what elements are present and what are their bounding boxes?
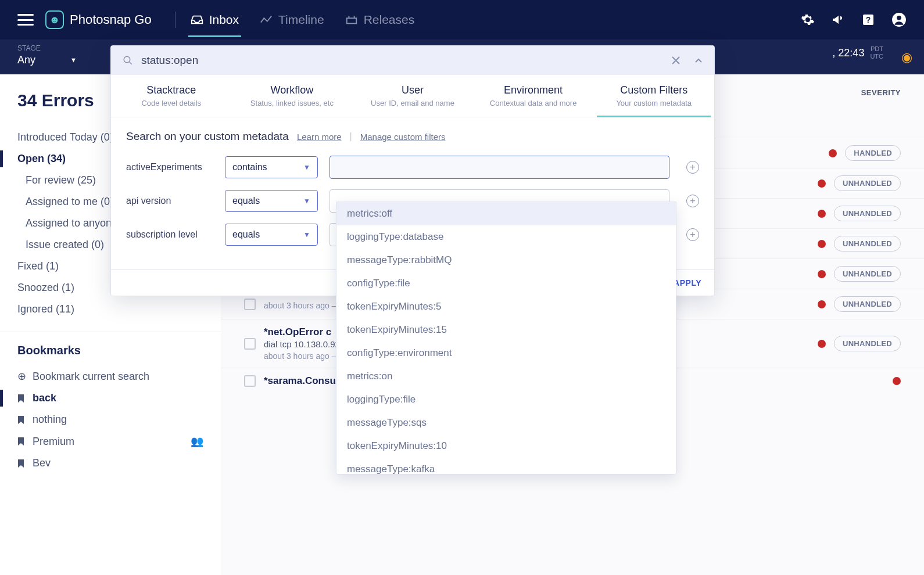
- bookmark-icon: [17, 459, 27, 468]
- filter-tab[interactable]: StacktraceCode level details: [111, 75, 232, 117]
- dropdown-option[interactable]: configType:environment: [336, 342, 676, 365]
- add-filter-icon[interactable]: +: [686, 161, 699, 174]
- severity-dot: [893, 377, 901, 385]
- collapse-icon[interactable]: [694, 58, 703, 63]
- filter-field-label: subscription level: [126, 229, 213, 240]
- add-filter-icon[interactable]: +: [686, 228, 699, 241]
- manage-filters-link[interactable]: Manage custom filters: [360, 132, 446, 142]
- dropdown-option[interactable]: tokenExpiryMinutes:15: [336, 318, 676, 342]
- app-name: Photosnap Go: [70, 12, 152, 27]
- apply-button[interactable]: APPLY: [674, 278, 701, 288]
- filter-tab[interactable]: EnvironmentContextual data and more: [473, 75, 594, 117]
- severity-dot: [818, 300, 826, 308]
- bookmark-icon: [17, 394, 27, 403]
- learn-more-link[interactable]: Learn more: [297, 132, 342, 142]
- svg-point-4: [897, 16, 901, 20]
- status-badge: HANDLED: [845, 145, 901, 161]
- severity-dot: [818, 240, 826, 248]
- menu-icon[interactable]: [17, 14, 34, 26]
- filter-tab[interactable]: UserUser ID, email and name: [352, 75, 473, 117]
- svg-text:?: ?: [866, 15, 871, 24]
- stage-label: STAGE: [17, 44, 41, 52]
- filter-field-label: api version: [126, 196, 213, 206]
- stage-selector[interactable]: Any▼: [17, 54, 77, 66]
- filter-tab[interactable]: Custom FiltersYour custom metadata: [593, 75, 714, 117]
- dropdown-option[interactable]: messageType:rabbitMQ: [336, 249, 676, 272]
- status-badge: UNHANDLED: [834, 236, 901, 251]
- status-badge: UNHANDLED: [834, 175, 901, 191]
- divider: [175, 12, 176, 28]
- gear-icon[interactable]: [801, 13, 815, 27]
- bookmark-flag-icon[interactable]: ◉: [901, 50, 912, 65]
- bookmark-item[interactable]: Premium👥: [17, 430, 221, 452]
- svg-point-5: [124, 56, 130, 63]
- bookmark-item[interactable]: ⊕Bookmark current search: [17, 365, 221, 387]
- bookmark-icon: [17, 415, 27, 425]
- add-filter-icon[interactable]: +: [686, 195, 699, 207]
- status-badge: UNHANDLED: [834, 336, 901, 351]
- dropdown-option[interactable]: metrics:on: [336, 365, 676, 388]
- releases-icon: [345, 15, 358, 25]
- status-badge: UNHANDLED: [834, 296, 901, 312]
- filter-field-label: activeExperiments: [126, 162, 213, 172]
- dropdown-option[interactable]: metrics:off: [336, 202, 676, 225]
- severity-dot: [829, 149, 837, 157]
- dropdown-option[interactable]: messageType:kafka: [336, 458, 676, 475]
- sidebar-item[interactable]: Ignored (11): [17, 299, 221, 320]
- help-icon[interactable]: ?: [861, 13, 875, 27]
- dropdown-option[interactable]: messageType:sqs: [336, 411, 676, 434]
- severity-dot: [818, 179, 826, 188]
- autocomplete-dropdown: metrics:offloggingType:databasemessageTy…: [336, 202, 676, 475]
- dropdown-option[interactable]: tokenExpiryMinutes:10: [336, 434, 676, 458]
- dropdown-option[interactable]: loggingType:database: [336, 225, 676, 249]
- dropdown-option[interactable]: tokenExpiryMinutes:5: [336, 295, 676, 318]
- nav-timeline[interactable]: Timeline: [257, 2, 327, 37]
- megaphone-icon[interactable]: [831, 13, 845, 27]
- panel-body-title: Search on your custom metadata: [126, 130, 289, 143]
- time-display: , 22:43: [832, 47, 864, 59]
- people-icon: 👥: [191, 435, 203, 448]
- severity-dot: [818, 210, 826, 218]
- severity-header: SEVERITY: [861, 88, 901, 97]
- bookmark-item[interactable]: nothing: [17, 409, 221, 430]
- status-badge: UNHANDLED: [834, 266, 901, 282]
- dropdown-option[interactable]: loggingType:file: [336, 388, 676, 411]
- bookmark-icon: [17, 437, 27, 446]
- search-input[interactable]: [141, 54, 663, 67]
- operator-select[interactable]: equals▼: [225, 190, 318, 212]
- search-icon: [123, 55, 133, 66]
- severity-dot: [818, 270, 826, 278]
- row-checkbox[interactable]: [244, 338, 256, 350]
- app-logo[interactable]: ☻ Photosnap Go: [45, 10, 152, 29]
- dropdown-option[interactable]: configType:file: [336, 272, 676, 295]
- row-checkbox[interactable]: [244, 375, 256, 387]
- status-badge: UNHANDLED: [834, 206, 901, 221]
- bookmark-item[interactable]: Bev: [17, 452, 221, 474]
- clear-icon[interactable]: [671, 56, 681, 65]
- svg-rect-0: [346, 18, 356, 23]
- plus-circle-icon: ⊕: [17, 370, 27, 383]
- nav-releases[interactable]: Releases: [343, 2, 417, 37]
- filter-tab[interactable]: WorkflowStatus, linked issues, etc: [232, 75, 353, 117]
- divider: [0, 332, 221, 332]
- timeline-icon: [260, 15, 273, 25]
- severity-dot: [818, 340, 826, 348]
- inbox-icon: [191, 15, 203, 25]
- operator-select[interactable]: equals▼: [225, 224, 318, 246]
- bookmarks-heading: Bookmarks: [17, 344, 221, 357]
- nav-inbox[interactable]: Inbox: [188, 2, 241, 37]
- filter-value-input[interactable]: [330, 156, 669, 179]
- bookmark-item[interactable]: back: [17, 387, 221, 409]
- logo-icon: ☻: [45, 10, 64, 29]
- timezone: PDTUTC: [870, 45, 883, 60]
- user-icon[interactable]: [891, 12, 907, 27]
- row-checkbox[interactable]: [244, 299, 256, 310]
- operator-select[interactable]: contains▼: [225, 156, 318, 178]
